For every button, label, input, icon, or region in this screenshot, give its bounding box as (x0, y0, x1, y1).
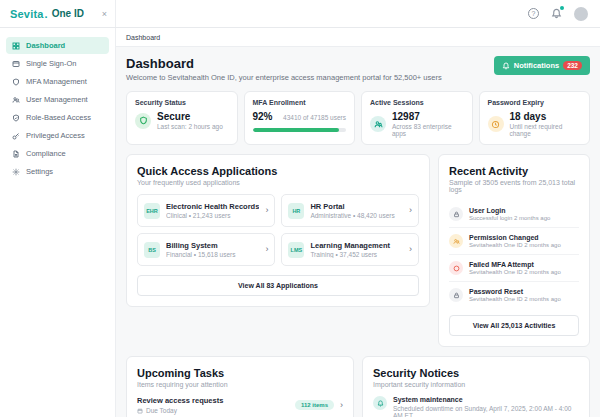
quick-access-card: Quick Access Applications Your frequentl… (126, 154, 430, 307)
recent-activity-title: Recent Activity (449, 165, 579, 177)
mfa-progress-bar (253, 128, 347, 132)
bell-icon (373, 396, 387, 410)
security-notices-card: Security Notices Important security info… (362, 356, 590, 417)
sidebar-item-label: MFA Management (26, 77, 87, 86)
close-icon[interactable]: × (102, 9, 107, 19)
logo-area: Sevita. One ID × (0, 0, 116, 27)
stat-label: MFA Enrollment (253, 99, 347, 106)
chevron-right-icon: › (265, 206, 268, 215)
app-badge: HR (288, 203, 304, 219)
sidebar-item-compliance[interactable]: Compliance (6, 145, 109, 162)
page-subtitle: Welcome to Sevitahealth One ID, your ent… (126, 73, 442, 82)
app-badge: BS (144, 242, 160, 258)
task-due-label: Due Today (146, 407, 177, 414)
activity-meta: Sevitahealth One ID 2 months ago (469, 242, 561, 248)
help-icon[interactable]: ? (528, 8, 539, 19)
key-icon (12, 132, 20, 140)
app-name: Electronic Health Records (166, 202, 259, 211)
recent-activity-subtitle: Sample of 3505 events from 25,013 total … (449, 179, 579, 193)
stat-label: Active Sessions (370, 99, 464, 106)
view-all-applications-button[interactable]: View All 83 Applications (137, 275, 419, 296)
chevron-right-icon: › (340, 401, 343, 410)
activity-meta: Sevitahealth One ID 2 months ago (469, 269, 561, 275)
sidebar-item-privileged-access[interactable]: Privileged Access (6, 127, 109, 144)
clock-icon (488, 116, 504, 132)
sidebar-item-single-sign-on[interactable]: Single Sign-On (6, 55, 109, 72)
app-tile-hr-portal[interactable]: HR HR Portal Administrative • 48,420 use… (281, 194, 419, 227)
stat-sub: Until next required change (510, 123, 582, 137)
activity-item-user-login: User Login Successful login 2 months ago (449, 201, 579, 228)
app-meta: Clinical • 21,243 users (166, 212, 259, 219)
quick-access-subtitle: Your frequently used applications (137, 179, 419, 186)
activity-title: Failed MFA Attempt (469, 261, 561, 268)
sidebar-item-role-based-access[interactable]: Role-Based Access (6, 109, 109, 126)
notifications-label: Notifications (514, 61, 559, 70)
stat-value: 12987 (392, 111, 464, 122)
stat-value: Secure (157, 111, 223, 122)
task-title: Review access requests (137, 396, 289, 405)
notifications-count-badge: 232 (563, 61, 582, 70)
notice-item-system-maintenance: System maintenance Scheduled downtime on… (373, 396, 579, 417)
calendar-icon (137, 408, 143, 414)
settings-gear-icon (12, 168, 20, 176)
chevron-right-icon: › (409, 206, 412, 215)
lock-icon (449, 207, 463, 221)
sidebar-item-mfa-management[interactable]: MFA Management (6, 73, 109, 90)
stat-label: Password Expiry (488, 99, 582, 106)
compliance-doc-icon (12, 150, 20, 158)
app-tile-billing-system[interactable]: BS Billing System Financial • 15,618 use… (137, 233, 275, 266)
stat-sub: 43410 of 47185 users (283, 114, 346, 121)
sidebar-item-label: Role-Based Access (26, 113, 91, 122)
breadcrumb: Dashboard (116, 28, 600, 47)
sidebar-item-label: Compliance (26, 149, 66, 158)
brand-logo-dot: . (45, 8, 48, 20)
avatar[interactable] (574, 7, 588, 21)
app-window: Sevita. One ID × ? Dashboard Single Sign… (0, 0, 600, 417)
app-tile-learning-management[interactable]: LMS Learning Management Training • 37,45… (281, 233, 419, 266)
app-name: Learning Management (310, 241, 403, 250)
app-tile-ehr[interactable]: EHR Electronic Health Records Clinical •… (137, 194, 275, 227)
page-header-text: Dashboard Welcome to Sevitahealth One ID… (126, 56, 442, 82)
role-shield-icon (12, 114, 20, 122)
activity-title: Password Reset (469, 288, 561, 295)
stat-card-active-sessions: Active Sessions 12987 Across 83 enterpri… (361, 91, 473, 145)
security-notices-title: Security Notices (373, 367, 579, 379)
brand-logo: Sevita (10, 8, 44, 20)
dashboard-grid-icon (12, 42, 20, 50)
app-name: HR Portal (310, 202, 403, 211)
sidebar-item-label: Privileged Access (26, 131, 85, 140)
notification-bell[interactable] (551, 8, 562, 19)
sessions-users-icon (370, 116, 386, 132)
lock-icon (449, 288, 463, 302)
content: Dashboard Welcome to Sevitahealth One ID… (116, 47, 600, 417)
activity-item-failed-mfa: Failed MFA Attempt Sevitahealth One ID 2… (449, 255, 579, 282)
topbar-actions: ? (528, 7, 600, 21)
sidebar-item-dashboard[interactable]: Dashboard (6, 37, 109, 54)
app-meta: Training • 37,452 users (310, 251, 403, 258)
notice-title: System maintenance (393, 396, 579, 403)
activity-item-permission-changed: Permission Changed Sevitahealth One ID 2… (449, 228, 579, 255)
sidebar-item-label: Dashboard (26, 41, 65, 50)
sidebar-item-settings[interactable]: Settings (6, 163, 109, 180)
task-item-review-access-requests[interactable]: Review access requests Due Today 112 ite… (137, 396, 343, 414)
notifications-button[interactable]: Notifications 232 (494, 56, 590, 75)
sidebar-item-label: User Management (26, 95, 88, 104)
stat-card-password-expiry: Password Expiry 18 days Until next requi… (479, 91, 591, 145)
topbar: Sevita. One ID × ? (0, 0, 600, 28)
app-meta: Administrative • 48,420 users (310, 212, 403, 219)
app-name: Billing System (166, 241, 259, 250)
app-badge: LMS (288, 242, 304, 258)
security-notices-subtitle: Important security information (373, 381, 579, 388)
stat-value: 92% (253, 111, 273, 122)
sidebar-item-user-management[interactable]: User Management (6, 91, 109, 108)
activity-item-password-reset: Password Reset Sevitahealth One ID 2 mon… (449, 282, 579, 308)
task-count-badge: 112 items (295, 400, 334, 410)
users-icon (449, 234, 463, 248)
upcoming-tasks-title: Upcoming Tasks (137, 367, 343, 379)
sso-window-icon (12, 60, 20, 68)
product-name: One ID (52, 8, 84, 19)
upcoming-tasks-subtitle: Items requiring your attention (137, 381, 343, 388)
app-badge: EHR (144, 203, 160, 219)
users-icon (12, 96, 20, 104)
view-all-activities-button[interactable]: View All 25,013 Activities (449, 315, 579, 336)
